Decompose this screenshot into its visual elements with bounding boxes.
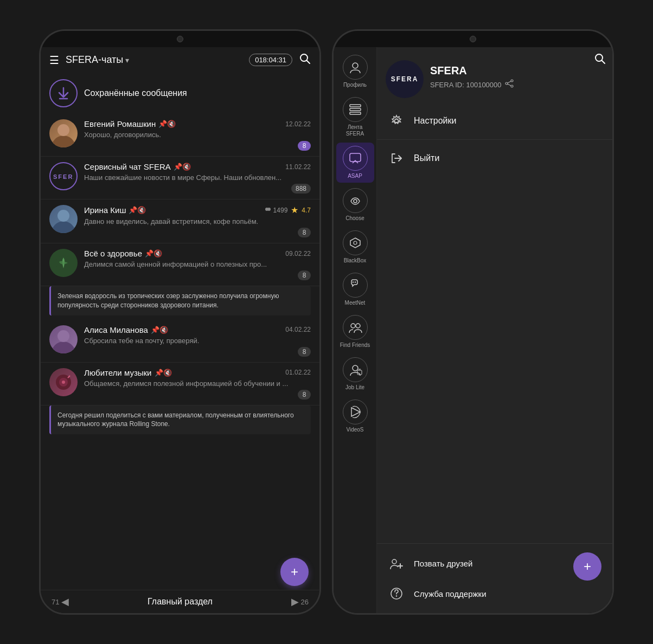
menu-user-info: SFERA SFERA ID: 100100000	[430, 60, 604, 90]
sidebar-item-findfriends[interactable]: Find Friends	[336, 312, 374, 352]
chat-badge-irina: 8	[298, 228, 311, 237]
menu-item-settings[interactable]: Настройки	[377, 105, 612, 137]
chat-item-sfera[interactable]: SFERA Сервисный чат SFERA 📌🔇 11.02.22 На…	[41, 157, 319, 199]
chat-name-irina: Ирина Киш 📌🔇	[84, 205, 146, 215]
svg-line-38	[508, 84, 511, 86]
chat-preview-sfera: Наши свежайшие новости в мире Сферы. Наш…	[84, 173, 311, 182]
fab-button[interactable]: +	[280, 558, 309, 586]
right-search-icon[interactable]	[594, 53, 606, 68]
sidebar-label-profile: Профиль	[343, 82, 367, 88]
sidebar-item-feed[interactable]: Лента SFERA	[336, 94, 374, 140]
chat-icons-sfera: 📌🔇	[174, 163, 191, 171]
sidebar-item-blackbox[interactable]: BlackBox	[336, 227, 374, 267]
svg-rect-19	[350, 112, 361, 114]
chat-name-alisa: Алиса Миланова 📌🔇	[84, 325, 168, 334]
right-fab-button[interactable]: +	[573, 552, 601, 581]
meetnet-icon	[343, 273, 368, 298]
chat-content-music: Любители музыки 📌🔇 01.02.22 Общаемся, де…	[84, 368, 311, 400]
chat-preview-evgeny: Хорошо, договорились.	[84, 131, 311, 139]
sidebar-label-findfriends: Find Friends	[340, 342, 370, 349]
chat-badge-sfera: 888	[291, 184, 311, 194]
chat-icons-music: 📌🔇	[155, 369, 172, 377]
header-title[interactable]: SFERA-чаты ▾	[66, 54, 242, 66]
bottom-nav: 71 ◀ Главный раздел ▶ 26	[41, 590, 319, 613]
svg-point-12	[57, 330, 69, 342]
nav-prev-count: 71	[52, 598, 59, 606]
svg-point-27	[353, 365, 358, 371]
sidebar-label-feed: Лента SFERA	[338, 124, 372, 137]
videos-icon	[343, 400, 368, 424]
share-icon[interactable]	[505, 79, 514, 90]
svg-rect-18	[350, 108, 361, 111]
chat-item-music[interactable]: Любители музыки 📌🔇 01.02.22 Общаемся, де…	[41, 363, 319, 405]
invite-icon	[388, 555, 405, 572]
svg-point-41	[392, 559, 396, 564]
avatar-irina	[49, 205, 78, 233]
saved-messages-item[interactable]: Сохранённые сообщения	[41, 73, 319, 114]
chevron-down-icon: ▾	[125, 56, 129, 65]
svg-point-6	[52, 221, 75, 233]
sidebar-label-videos: VideoS	[346, 427, 363, 433]
menu-item-support[interactable]: Служба поддержки	[377, 578, 612, 609]
chat-content-evgeny: Евгений Ромашкин 📌🔇 12.02.22 Хорошо, дог…	[84, 119, 311, 151]
logout-icon	[388, 150, 405, 167]
settings-label: Настройки	[414, 116, 456, 126]
sidebar-item-choose[interactable]: Choose	[336, 185, 374, 225]
right-screen: Профиль Лента SFERA	[334, 47, 612, 613]
chat-date-evgeny: 12.02.22	[285, 120, 311, 128]
hamburger-icon[interactable]: ☰	[49, 54, 59, 67]
chat-badge-alisa: 8	[298, 347, 311, 357]
camera-left	[177, 36, 183, 42]
logout-label: Выйти	[414, 153, 439, 163]
sidebar-item-videos[interactable]: VideoS	[336, 396, 374, 436]
star-icon-irina: ★	[291, 205, 298, 215]
chat-item-health[interactable]: Всё о здоровье 📌🔇 09.02.22 Делимся самой…	[41, 243, 319, 286]
svg-point-24	[354, 281, 355, 282]
menu-item-logout[interactable]: Выйти	[377, 142, 612, 175]
search-icon[interactable]	[299, 53, 311, 67]
nav-label[interactable]: Главный раздел	[69, 597, 291, 607]
avatar-alisa	[49, 325, 78, 353]
chat-icons-irina: 📌🔇	[129, 206, 146, 214]
saved-icon	[49, 79, 78, 107]
sidebar-item-asap[interactable]: ASAP	[336, 143, 374, 183]
avatar-health	[49, 249, 78, 277]
svg-rect-17	[350, 105, 361, 107]
svg-point-15	[62, 381, 65, 384]
support-icon	[388, 585, 405, 602]
chat-status-icons: 📌🔇	[158, 120, 176, 128]
svg-point-34	[511, 80, 513, 82]
chat-date-alisa: 04.02.22	[285, 326, 311, 333]
chat-name-evgeny: Евгений Ромашкин 📌🔇	[84, 119, 176, 128]
chat-item-irina[interactable]: Ирина Киш 📌🔇 1499 ★ 4.7 Давно не	[41, 199, 319, 243]
chat-item-alisa[interactable]: Алиса Миланова 📌🔇 04.02.22 Сбросила тебе…	[41, 320, 319, 363]
menu-search-area	[377, 47, 612, 51]
right-phone: Профиль Лента SFERA	[332, 29, 614, 615]
phone-notch-left	[41, 31, 319, 47]
sidebar-item-joblite[interactable]: Job Lite	[336, 354, 374, 394]
svg-point-23	[352, 281, 353, 282]
sidebar-label-joblite: Job Lite	[345, 384, 364, 391]
nav-prev-arrow[interactable]: ◀	[61, 596, 69, 608]
svg-text:SFERA: SFERA	[53, 173, 74, 180]
sidebar-label-choose: Choose	[345, 215, 364, 222]
menu-header: SFERA SFERA SFERA ID: 100100000	[377, 51, 612, 105]
chat-preview-music: Общаемся, делимся полезной информацией о…	[84, 379, 311, 388]
chat-badge-evgeny: 8	[298, 141, 311, 151]
rating-irina: 4.7	[302, 207, 311, 214]
chat-content-irina: Ирина Киш 📌🔇 1499 ★ 4.7 Давно не	[84, 205, 311, 237]
svg-point-36	[511, 85, 513, 87]
svg-line-1	[307, 61, 310, 64]
sidebar-item-profile[interactable]: Профиль	[336, 51, 374, 92]
svg-point-21	[354, 199, 357, 203]
chat-content-alisa: Алиса Миланова 📌🔇 04.02.22 Сбросила тебе…	[84, 325, 311, 357]
chat-item-evgeny[interactable]: Евгений Ромашкин 📌🔇 12.02.22 Хорошо, дог…	[41, 114, 319, 157]
svg-point-22	[354, 241, 357, 244]
chat-preview-irina: Давно не виделись, давай встретимся, коф…	[84, 217, 311, 226]
svg-point-7	[57, 210, 69, 222]
nav-next-arrow[interactable]: ▶	[291, 596, 299, 608]
sidebar-item-meetnet[interactable]: MeetNet	[336, 269, 374, 310]
avatar-music	[49, 368, 78, 396]
chat-badge-health: 8	[298, 271, 311, 280]
svg-line-37	[508, 81, 511, 83]
